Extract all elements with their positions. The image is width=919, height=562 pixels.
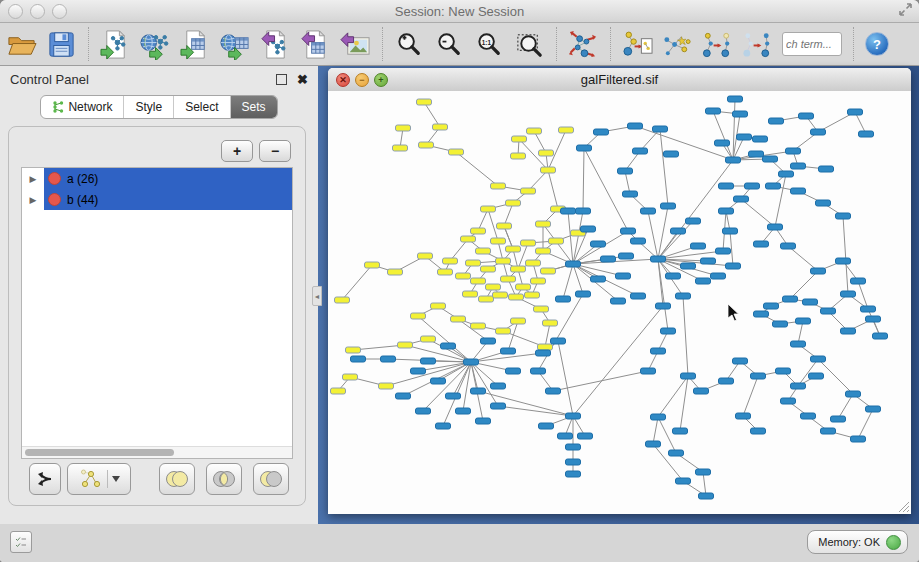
graph-node[interactable] [346,347,361,353]
graph-node[interactable] [449,149,464,155]
export-network-icon[interactable] [260,29,291,60]
graph-node[interactable] [436,423,451,429]
graph-node[interactable] [471,278,486,284]
graph-node[interactable] [696,278,711,284]
graph-node[interactable] [656,303,671,309]
graph-node[interactable] [694,388,709,394]
graph-node[interactable] [601,256,616,262]
graph-node[interactable] [783,296,798,302]
graph-node[interactable] [581,226,596,232]
split-set-button[interactable] [29,463,61,495]
graph-node[interactable] [809,373,824,379]
graph-node[interactable] [848,109,863,115]
horizontal-scrollbar[interactable] [22,446,292,458]
graph-node[interactable] [417,99,432,105]
intersection-button[interactable] [206,463,242,495]
graph-node[interactable] [421,336,436,342]
save-session-icon[interactable] [46,29,77,60]
graph-node[interactable] [591,241,606,247]
graph-node[interactable] [511,266,526,272]
graph-node[interactable] [536,248,551,254]
graph-node[interactable] [733,111,748,117]
graph-node[interactable] [379,383,394,389]
graph-node[interactable] [841,328,856,334]
graph-node[interactable] [471,323,486,329]
graph-node[interactable] [621,228,636,234]
graph-node[interactable] [496,328,511,334]
graph-node[interactable] [846,391,861,397]
graph-node[interactable] [479,296,494,302]
graph-node[interactable] [836,213,851,219]
graph-node[interactable] [335,297,350,303]
graph-node[interactable] [671,228,686,234]
float-panel-icon[interactable] [276,74,287,85]
export-image-icon[interactable] [340,29,371,60]
graph-node[interactable] [411,313,426,319]
graph-node[interactable] [538,344,553,350]
graph-node[interactable] [411,368,426,374]
graph-node[interactable] [531,278,546,284]
graph-node[interactable] [471,228,486,234]
graph-node[interactable] [419,142,434,148]
panel-collapse-handle[interactable]: ◄ [312,286,322,306]
graph-node[interactable] [631,293,646,299]
graph-node[interactable] [791,383,806,389]
graph-node[interactable] [506,246,521,252]
close-button[interactable] [8,4,23,19]
graph-node[interactable] [769,118,784,124]
graph-node[interactable] [737,134,752,140]
graph-node[interactable] [866,406,881,412]
graph-node[interactable] [416,408,431,414]
graph-node[interactable] [491,383,506,389]
graph-node[interactable] [541,268,556,274]
graph-node[interactable] [734,196,749,202]
graph-node[interactable] [343,374,358,380]
hide-selected-icon[interactable] [702,29,733,60]
graph-node[interactable] [666,273,681,279]
graph-node[interactable] [745,183,760,189]
graph-node[interactable] [521,240,536,246]
graph-node[interactable] [546,388,561,394]
graph-node[interactable] [493,292,508,298]
export-table-icon[interactable] [300,29,331,60]
graph-node[interactable] [526,260,541,266]
graph-node[interactable] [661,203,676,209]
tab-select[interactable]: Select [174,96,230,118]
graph-node[interactable] [786,148,801,154]
graph-node[interactable] [653,126,668,132]
graph-node[interactable] [791,341,806,347]
graph-node[interactable] [471,388,486,394]
graph-node[interactable] [726,263,741,269]
graph-node[interactable] [851,278,866,284]
graph-node[interactable] [673,428,688,434]
list-item[interactable]: ▶ b (44) [22,189,292,210]
graph-node[interactable] [506,200,521,206]
network-canvas[interactable] [328,91,911,514]
graph-node[interactable] [536,350,551,356]
graph-node[interactable] [456,273,471,279]
graph-node[interactable] [418,253,433,259]
graph-node[interactable] [733,358,748,364]
graph-node[interactable] [651,348,666,354]
graph-node[interactable] [866,316,881,322]
graph-node[interactable] [851,436,866,442]
graph-node[interactable] [651,256,666,262]
union-button[interactable] [159,463,195,495]
graph-node[interactable] [723,228,738,234]
graph-node[interactable] [506,368,521,374]
graph-node[interactable] [421,358,436,364]
graph-node[interactable] [763,156,778,162]
graph-node[interactable] [716,248,731,254]
graph-node[interactable] [476,248,491,254]
graph-node[interactable] [491,238,506,244]
graph-node[interactable] [811,356,826,362]
graph-node[interactable] [441,343,456,349]
graph-node[interactable] [669,450,684,456]
graph-node[interactable] [566,261,581,267]
graph-node[interactable] [768,224,783,230]
graph-node[interactable] [516,284,531,290]
graph-node[interactable] [576,208,591,214]
graph-node[interactable] [549,238,564,244]
import-table-file-icon[interactable] [180,29,211,60]
graph-node[interactable] [576,291,591,297]
